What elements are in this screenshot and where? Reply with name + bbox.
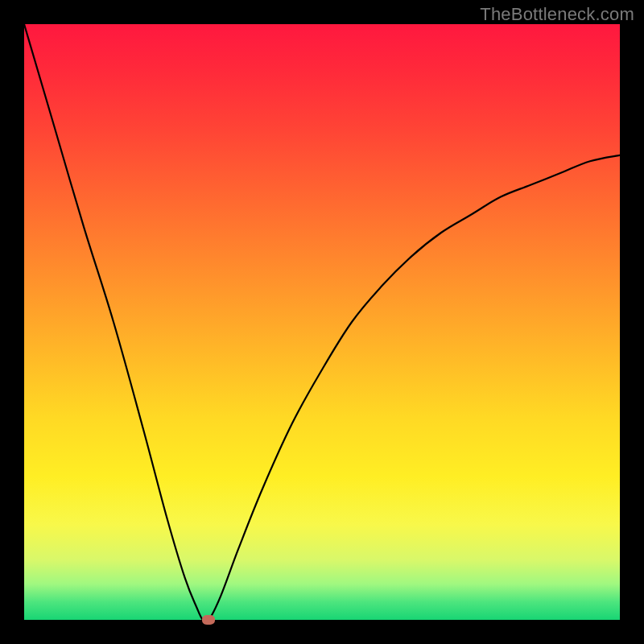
bottleneck-curve xyxy=(24,24,620,620)
minimum-marker xyxy=(202,615,215,625)
watermark-text: TheBottleneck.com xyxy=(480,4,634,25)
chart-frame: TheBottleneck.com xyxy=(0,0,644,644)
plot-area xyxy=(24,24,620,620)
